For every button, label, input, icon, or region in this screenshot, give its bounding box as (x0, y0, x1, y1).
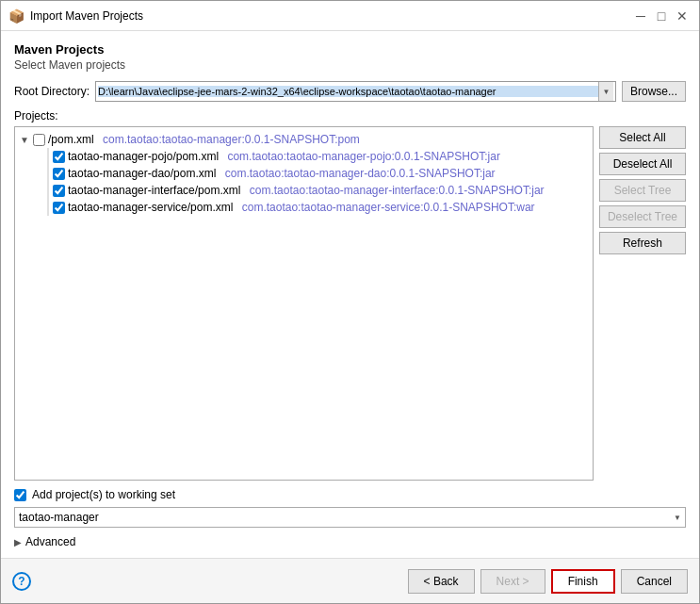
child-row-text-2: taotao-manager-interface/pom.xml com.tao… (68, 184, 545, 197)
minimize-button[interactable]: ─ (631, 7, 650, 25)
child-row-text-3: taotao-manager-service/pom.xml com.taota… (68, 201, 535, 214)
root-row-text: /pom.xml com.taotao:taotao-manager:0.0.1… (48, 133, 360, 146)
child-artifact-1: com.taotao:taotao-manager-dao:0.0.1-SNAP… (225, 167, 496, 180)
titlebar: 📦 Import Maven Projects ─ □ ✕ (1, 1, 699, 31)
list-item: taotao-manager-service/pom.xml com.taota… (47, 199, 593, 216)
projects-tree[interactable]: ▼ /pom.xml com.taotao:taotao-manager:0.0… (14, 126, 594, 481)
child-checkbox-3[interactable] (53, 202, 65, 214)
titlebar-controls: ─ □ ✕ (631, 7, 692, 25)
advanced-label: Advanced (25, 535, 75, 548)
deselect-all-button[interactable]: Deselect All (599, 153, 686, 175)
working-set-checkbox[interactable] (14, 489, 26, 501)
child-pom-path-0: taotao-manager-pojo/pom.xml (68, 150, 219, 163)
footer-buttons: < Back Next > Finish Cancel (408, 569, 688, 594)
projects-section: Projects: ▼ /pom.xml com.taotao:taotao-m… (14, 109, 686, 481)
root-dir-dropdown-arrow[interactable]: ▼ (598, 82, 613, 101)
root-pom-path: /pom.xml (48, 133, 94, 146)
child-artifact-2: com.taotao:taotao-manager-interface:0.0.… (250, 184, 545, 197)
select-all-button[interactable]: Select All (599, 126, 686, 149)
working-set-value: taotao-manager (19, 511, 674, 524)
root-dir-input-wrapper: ▼ (95, 81, 616, 102)
list-item: taotao-manager-interface/pom.xml com.tao… (47, 182, 593, 199)
tree-children: taotao-manager-pojo/pom.xml com.taotao:t… (15, 148, 593, 216)
child-pom-path-2: taotao-manager-interface/pom.xml (68, 184, 240, 197)
section-title: Maven Projects (14, 42, 686, 57)
dialog-footer: ? < Back Next > Finish Cancel (1, 558, 699, 603)
child-checkbox-0[interactable] (53, 151, 65, 163)
projects-area: ▼ /pom.xml com.taotao:taotao-manager:0.0… (14, 126, 686, 481)
bottom-section: Add project(s) to working set taotao-man… (14, 488, 686, 550)
root-dir-row: Root Directory: ▼ Browse... (14, 81, 686, 102)
child-checkbox-1[interactable] (53, 168, 65, 180)
list-item: taotao-manager-pojo/pom.xml com.taotao:t… (47, 148, 593, 165)
main-content: Maven Projects Select Maven projects Roo… (1, 31, 699, 558)
next-button[interactable]: Next > (480, 569, 545, 594)
working-set-arrow: ▼ (674, 514, 681, 522)
side-buttons: Select All Deselect All Select Tree Dese… (599, 126, 686, 481)
section-subtitle: Select Maven projects (14, 58, 686, 72)
working-set-label: Add project(s) to working set (32, 488, 175, 501)
list-item: taotao-manager-dao/pom.xml com.taotao:ta… (47, 165, 593, 182)
window-icon: 📦 (8, 8, 24, 24)
back-button[interactable]: < Back (408, 569, 475, 594)
root-dir-label: Root Directory: (14, 85, 90, 98)
select-tree-button[interactable]: Select Tree (599, 179, 686, 202)
child-row-text-0: taotao-manager-pojo/pom.xml com.taotao:t… (68, 150, 500, 163)
browse-button[interactable]: Browse... (622, 81, 686, 102)
deselect-tree-button[interactable]: Deselect Tree (599, 205, 686, 228)
refresh-button[interactable]: Refresh (599, 232, 686, 254)
footer-left: ? (12, 572, 31, 591)
root-dir-input[interactable] (98, 86, 598, 97)
cancel-button[interactable]: Cancel (621, 569, 688, 594)
child-artifact-3: com.taotao:taotao-manager-service:0.0.1-… (242, 201, 535, 214)
maximize-button[interactable]: □ (652, 7, 671, 25)
child-checkbox-2[interactable] (53, 185, 65, 197)
working-set-row: Add project(s) to working set (14, 488, 686, 501)
close-button[interactable]: ✕ (673, 7, 692, 25)
tree-root-row: ▼ /pom.xml com.taotao:taotao-manager:0.0… (15, 131, 593, 148)
child-artifact-0: com.taotao:taotao-manager-pojo:0.0.1-SNA… (227, 150, 499, 163)
child-pom-path-1: taotao-manager-dao/pom.xml (68, 167, 216, 180)
expand-icon[interactable]: ▼ (19, 135, 30, 145)
finish-button[interactable]: Finish (551, 569, 615, 594)
advanced-row[interactable]: ▶ Advanced (14, 533, 686, 550)
root-checkbox[interactable] (33, 134, 45, 146)
projects-label: Projects: (14, 109, 686, 122)
main-window: 📦 Import Maven Projects ─ □ ✕ Maven Proj… (0, 0, 700, 604)
child-pom-path-3: taotao-manager-service/pom.xml (68, 201, 233, 214)
titlebar-left: 📦 Import Maven Projects (8, 8, 143, 24)
advanced-expand-icon: ▶ (14, 537, 22, 547)
root-artifact-id: com.taotao:taotao-manager:0.0.1-SNAPSHOT… (103, 133, 360, 146)
window-title: Import Maven Projects (30, 9, 143, 23)
working-set-dropdown[interactable]: taotao-manager ▼ (14, 507, 686, 528)
help-icon[interactable]: ? (12, 572, 31, 591)
child-row-text-1: taotao-manager-dao/pom.xml com.taotao:ta… (68, 167, 496, 180)
